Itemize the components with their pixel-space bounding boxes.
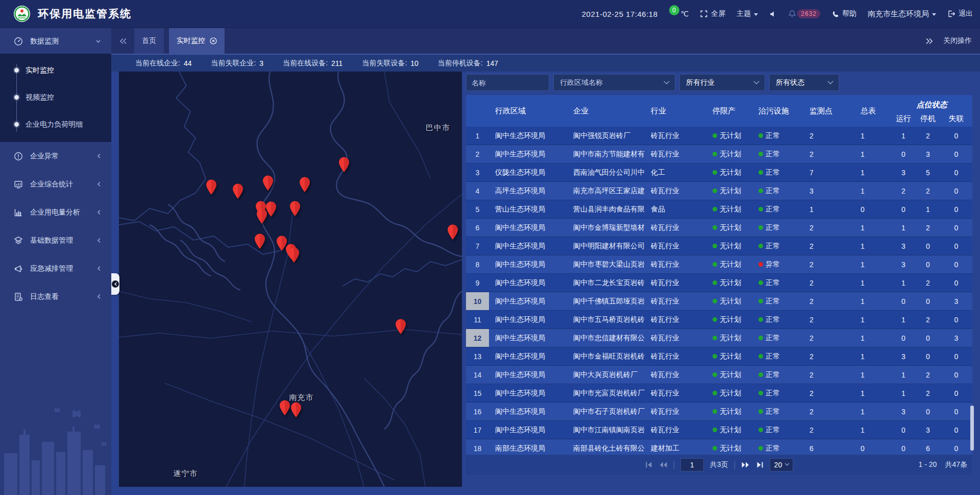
map-panel[interactable]: 巴中市南充市遂宁市 bbox=[119, 72, 462, 487]
cell-industry: 砖瓦行业 bbox=[645, 219, 706, 237]
page-size-select[interactable]: 20 bbox=[770, 458, 794, 472]
map-pin[interactable] bbox=[298, 177, 311, 195]
prev-page-button[interactable] bbox=[659, 461, 668, 468]
name-filter-input[interactable] bbox=[466, 74, 549, 91]
chevron-down-icon bbox=[664, 78, 669, 84]
next-page-button[interactable] bbox=[741, 461, 750, 468]
column-header-limit[interactable]: 停限产 bbox=[706, 95, 752, 127]
map-pin[interactable] bbox=[232, 183, 244, 201]
table-row[interactable]: 18南部生态环境局南部县砖化土砖有限公建材加工无计划正常60060 bbox=[466, 439, 972, 455]
pagination-summary: 1 - 20 共47条 bbox=[919, 460, 972, 469]
page-number-input[interactable] bbox=[680, 458, 704, 472]
tabs-scroll-left-icon[interactable] bbox=[119, 38, 127, 44]
map-pin[interactable] bbox=[254, 233, 266, 251]
table-row[interactable]: 3仪陇生态环境局西南油气田分公司川中化工无计划正常71350 bbox=[466, 163, 972, 182]
map-pin[interactable] bbox=[288, 201, 301, 219]
cell-industry: 化工 bbox=[645, 163, 706, 181]
table-row[interactable]: 2阆中生态环境局阆中市南方节能建材有砖瓦行业无计划正常21030 bbox=[466, 145, 972, 163]
sidebar-subitem-实时监控[interactable]: 实时监控 bbox=[0, 57, 111, 84]
table-row[interactable]: 11阆中生态环境局阆中市五马桥页岩机砖砖瓦行业无计划正常21120 bbox=[466, 311, 972, 329]
table-row[interactable]: 10阆中生态环境局阆中千佛镇五郎垭页岩砖瓦行业无计划正常21003 bbox=[466, 292, 972, 311]
tab-实时监控[interactable]: 实时监控 bbox=[169, 28, 225, 54]
sidebar-submenu: 实时监控视频监控企业电力负荷明细 bbox=[0, 54, 111, 142]
map-pin[interactable] bbox=[205, 179, 218, 197]
column-header-region[interactable]: 行政区域 bbox=[489, 95, 567, 127]
first-page-button[interactable] bbox=[645, 461, 653, 468]
logout-button[interactable]: 退出 bbox=[947, 9, 973, 18]
close-operations-button[interactable]: 关闭操作 bbox=[943, 36, 972, 45]
map-pin[interactable] bbox=[446, 224, 459, 242]
cell-running: 3 bbox=[891, 255, 916, 273]
stats-icon bbox=[13, 179, 23, 190]
column-header-offline[interactable]: 失联 bbox=[940, 110, 972, 127]
table-row[interactable]: 15阆中生态环境局阆中市光富页岩机砖厂砖瓦行业无计划正常21120 bbox=[466, 384, 972, 403]
map-pin[interactable] bbox=[287, 247, 300, 265]
column-header-facility[interactable]: 治污设施 bbox=[752, 95, 803, 127]
table-row[interactable]: 16阆中生态环境局阆中市石子页岩机砖厂砖瓦行业无计划正常21300 bbox=[466, 403, 972, 421]
table-row[interactable]: 4高坪生态环境局南充市高坪区王家店建砖瓦行业无计划正常31220 bbox=[466, 182, 972, 200]
column-header-meters[interactable]: 总表 bbox=[854, 95, 891, 127]
column-header-points[interactable]: 监测点 bbox=[803, 95, 854, 127]
cell-meters: 1 bbox=[854, 311, 891, 328]
logout-icon bbox=[947, 10, 955, 18]
table-row[interactable]: 9阆中生态环境局阆中市二龙长宝页岩砖砖瓦行业无计划正常21120 bbox=[466, 274, 972, 292]
sidebar-item-数据监测[interactable]: 数据监测 bbox=[0, 29, 111, 54]
cell-index: 16 bbox=[466, 403, 489, 420]
fullscreen-button[interactable]: 全屏 bbox=[700, 9, 725, 18]
map-pin[interactable] bbox=[289, 402, 302, 420]
cell-running: 1 bbox=[891, 366, 916, 384]
sidebar-item-企业综合统计[interactable]: 企业综合统计 bbox=[0, 170, 111, 198]
last-page-button[interactable] bbox=[756, 461, 764, 468]
stats-bar: 当前在线企业:44当前失联企业:3当前在线设备:211当前失联设备:10当前停机… bbox=[111, 55, 980, 72]
region-filter-select[interactable]: 行政区域名称 bbox=[553, 74, 675, 91]
table-row[interactable]: 7阆中生态环境局阆中明阳建材有限公司砖瓦行业无计划正常21300 bbox=[466, 237, 972, 255]
sidebar-item-企业异常[interactable]: 企业异常 bbox=[0, 142, 111, 170]
cell-limit-status: 无计划 bbox=[706, 237, 752, 255]
table-scrollbar[interactable] bbox=[970, 406, 974, 451]
table-row[interactable]: 14阆中生态环境局阆中大兴页岩机砖厂砖瓦行业无计划正常21120 bbox=[466, 366, 972, 384]
help-button[interactable]: 帮助 bbox=[831, 9, 856, 18]
status-dot-green bbox=[758, 170, 763, 175]
column-header-running[interactable]: 运行 bbox=[891, 110, 916, 127]
cell-region: 阆中生态环境局 bbox=[489, 219, 567, 237]
cell-company: 营山县润丰肉食品有限 bbox=[567, 200, 645, 218]
table-row[interactable]: 1阆中生态环境局阆中强锐页岩砖厂砖瓦行业无计划正常21120 bbox=[466, 127, 972, 145]
tab-首页[interactable]: 首页 bbox=[134, 28, 164, 54]
chevron-down-icon bbox=[827, 78, 833, 84]
table-row[interactable]: 13阆中生态环境局阆中市金福旺页岩机砖砖瓦行业无计划正常21300 bbox=[466, 347, 972, 366]
tab-close-icon[interactable] bbox=[210, 37, 217, 44]
table-row[interactable]: 12阆中生态环境局阆中市忠信建材有限公砖瓦行业无计划正常21003 bbox=[466, 329, 972, 347]
industry-filter-select[interactable]: 所有行业 bbox=[679, 74, 765, 91]
column-header-company[interactable]: 企业 bbox=[567, 95, 645, 127]
sidebar-item-企业用电量分析[interactable]: 企业用电量分析 bbox=[0, 198, 111, 226]
sidebar-item-应急减排管理[interactable]: 应急减排管理 bbox=[0, 254, 111, 282]
column-header-stopped[interactable]: 停机 bbox=[916, 110, 940, 127]
cell-limit-status: 无计划 bbox=[706, 182, 752, 200]
status-filter-select[interactable]: 所有状态 bbox=[769, 74, 839, 91]
map-pin[interactable] bbox=[256, 208, 268, 226]
sidebar-item-日志查看[interactable]: 日志查看 bbox=[0, 282, 111, 311]
sidebar-item-基础数据管理[interactable]: 基础数据管理 bbox=[0, 226, 111, 254]
monitor-panel: 行政区域名称 所有行业 所有状态 bbox=[466, 72, 972, 475]
sound-button[interactable] bbox=[769, 10, 777, 18]
sidebar-subitem-企业电力负荷明细[interactable]: 企业电力负荷明细 bbox=[0, 111, 111, 138]
table-row[interactable]: 5营山生态环境局营山县润丰肉食品有限食品无计划正常10010 bbox=[466, 200, 972, 219]
theme-dropdown[interactable]: 主题 bbox=[737, 9, 758, 18]
tabs-scroll-right-icon[interactable] bbox=[925, 38, 933, 44]
status-dot-green bbox=[713, 133, 717, 138]
sidebar-subitem-视频监控[interactable]: 视频监控 bbox=[0, 84, 111, 111]
cell-stopped: 2 bbox=[916, 182, 940, 200]
map-pin[interactable] bbox=[394, 319, 407, 337]
map-pin[interactable] bbox=[337, 157, 350, 175]
map-pin[interactable] bbox=[262, 175, 275, 193]
table-row[interactable]: 17阆中生态环境局阆中市江南镇阆南页岩砖瓦行业无计划正常21030 bbox=[466, 421, 972, 439]
sidebar-collapse-handle[interactable] bbox=[111, 273, 119, 295]
cell-industry: 砖瓦行业 bbox=[645, 127, 706, 145]
org-dropdown[interactable]: 南充市生态环境局 bbox=[868, 9, 936, 19]
table-row[interactable]: 8阆中生态环境局阆中市枣碧大梁山页岩砖瓦行业无计划异常21300 bbox=[466, 255, 972, 274]
table-row[interactable]: 6阆中生态环境局阆中市金博瑞新型墙材砖瓦行业无计划正常21120 bbox=[466, 219, 972, 237]
cell-meters: 1 bbox=[854, 163, 891, 181]
cell-stopped: 0 bbox=[916, 292, 940, 310]
column-header-industry[interactable]: 行业 bbox=[645, 95, 706, 127]
notifications-button[interactable]: 2632 bbox=[788, 9, 820, 18]
